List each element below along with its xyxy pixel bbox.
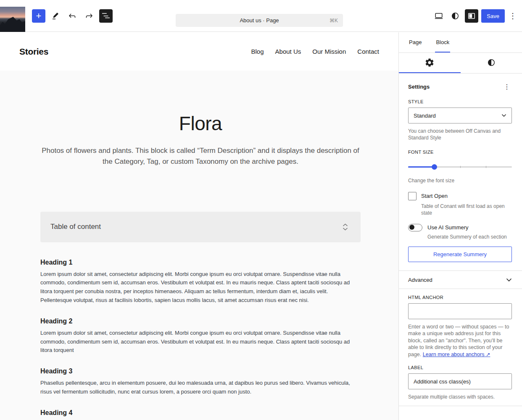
html-anchor-input[interactable] bbox=[408, 303, 512, 319]
gear-icon bbox=[424, 58, 435, 68]
sidebar-tabs: Page Block bbox=[399, 32, 522, 53]
redo-icon bbox=[84, 11, 94, 21]
toolbar-left-group: + bbox=[32, 9, 113, 23]
chevron-down-icon bbox=[343, 228, 348, 231]
advanced-panel-title: Advanced bbox=[408, 277, 432, 283]
section-paragraph[interactable]: Lorem ipsum dolor sit amet, consectetur … bbox=[40, 329, 359, 355]
settings-panel: Settings ⋮ STYLE Standard You can choose… bbox=[399, 74, 522, 270]
label-field-label: LABEL bbox=[408, 365, 512, 370]
page-title[interactable]: Flora bbox=[40, 112, 361, 135]
options-kebab-icon[interactable]: ⋮ bbox=[508, 11, 518, 21]
panel-right-icon bbox=[467, 11, 477, 21]
regenerate-summary-button[interactable]: Regenerate Summery bbox=[408, 247, 512, 262]
block-inserter-button[interactable]: + bbox=[32, 9, 45, 23]
advanced-panel: HTML ANCHOR Enter a word or two — withou… bbox=[399, 289, 522, 401]
style-field-label: STYLE bbox=[408, 99, 512, 104]
pencil-icon bbox=[50, 11, 61, 21]
nav-item-our-mission[interactable]: Our Mission bbox=[312, 48, 346, 55]
section-paragraph[interactable]: Lorem ipsum dolor sit amet, consectetur … bbox=[40, 270, 359, 305]
tab-block-styles[interactable] bbox=[461, 53, 522, 73]
section-heading[interactable]: Heading 3 bbox=[40, 368, 361, 375]
additional-css-classes-input[interactable] bbox=[408, 373, 512, 389]
document-title: About us · Page bbox=[240, 17, 279, 24]
nav-item-contact[interactable]: Contact bbox=[357, 48, 379, 55]
slider-thumb[interactable] bbox=[432, 164, 437, 170]
editor-window: + Ab bbox=[0, 0, 522, 420]
styles-contrast-icon bbox=[486, 58, 496, 68]
site-header: Stories Blog About Us Our Mission Contac… bbox=[0, 32, 398, 71]
chevron-down-icon bbox=[501, 114, 506, 117]
css-classes-help-text: Separate multiple classes with spaces. bbox=[408, 394, 512, 400]
chevron-up-icon bbox=[343, 223, 348, 226]
settings-sidebar-toggle[interactable] bbox=[465, 9, 478, 23]
section-heading[interactable]: Heading 1 bbox=[40, 259, 361, 266]
list-view-button[interactable] bbox=[99, 9, 113, 23]
font-size-slider[interactable] bbox=[408, 164, 512, 170]
font-size-field-label: FONT SIZE bbox=[408, 150, 512, 155]
slider-tick bbox=[460, 166, 461, 168]
ai-summary-toggle[interactable] bbox=[408, 224, 422, 231]
section-heading[interactable]: Heading 2 bbox=[40, 318, 361, 325]
style-select-value: Standard bbox=[414, 113, 436, 119]
block-inspector-tabs bbox=[399, 53, 522, 74]
site-title[interactable]: Stories bbox=[19, 47, 48, 57]
slider-fill bbox=[408, 166, 434, 168]
settings-sidebar: Page Block Settings ⋮ STYLE Standa bbox=[398, 32, 522, 420]
toolbar-right-group: Save ⋮ bbox=[432, 9, 518, 23]
redo-button[interactable] bbox=[82, 9, 96, 23]
table-of-content-block[interactable]: Table of content bbox=[40, 212, 361, 242]
section-heading[interactable]: Heading 4 bbox=[40, 409, 361, 417]
undo-icon bbox=[67, 11, 77, 21]
toc-expand-icons[interactable] bbox=[343, 223, 348, 231]
list-view-icon bbox=[101, 11, 111, 21]
nav-item-about-us[interactable]: About Us bbox=[275, 48, 301, 55]
advanced-panel-toggle[interactable]: Advanced bbox=[399, 271, 522, 289]
device-preview-button[interactable] bbox=[432, 9, 446, 23]
nav-item-blog[interactable]: Blog bbox=[251, 48, 264, 55]
command-bar[interactable]: About us · Page ⌘K bbox=[176, 14, 343, 27]
chevron-down-icon bbox=[506, 278, 512, 282]
html-anchor-field-label: HTML ANCHOR bbox=[408, 295, 512, 300]
learn-more-anchors-link[interactable]: Learn more about anchors ↗ bbox=[423, 352, 490, 357]
contrast-icon bbox=[450, 11, 460, 21]
html-anchor-help-text: Enter a word or two — without spaces — t… bbox=[408, 323, 512, 358]
sidebar-bottom-section bbox=[399, 406, 522, 420]
undo-button[interactable] bbox=[66, 9, 79, 23]
edit-tool-button[interactable] bbox=[49, 9, 62, 23]
tab-page[interactable]: Page bbox=[408, 32, 422, 52]
tab-block-settings[interactable] bbox=[399, 53, 461, 73]
term-description[interactable]: Photos of flowers and plants. This block… bbox=[41, 145, 360, 168]
style-help-text: You can choose between Off Canvas and St… bbox=[408, 128, 512, 141]
view-contrast-button[interactable] bbox=[448, 9, 462, 23]
ai-summary-label[interactable]: Use AI Summery bbox=[427, 224, 469, 231]
section-paragraph[interactable]: Phasellus pellentesque, arcu in elementu… bbox=[40, 379, 359, 396]
toggle-knob bbox=[409, 225, 414, 230]
settings-kebab-icon[interactable]: ⋮ bbox=[502, 83, 512, 91]
laptop-icon bbox=[434, 11, 444, 21]
toc-label: Table of content bbox=[50, 223, 101, 231]
font-size-help-text: Change the font size bbox=[408, 177, 512, 184]
start-open-checkbox[interactable] bbox=[408, 192, 417, 200]
start-open-label[interactable]: Start Open bbox=[421, 193, 448, 199]
start-open-help-text: Table of Conant will first load as open … bbox=[421, 203, 512, 216]
editor-canvas: Stories Blog About Us Our Mission Contac… bbox=[0, 32, 398, 420]
ai-summary-help-text: Generate Summery of each section bbox=[427, 234, 512, 240]
slider-tick bbox=[486, 166, 486, 168]
page-content: Flora Photos of flowers and plants. This… bbox=[0, 112, 398, 420]
settings-panel-title: Settings bbox=[408, 84, 430, 90]
tab-block[interactable]: Block bbox=[435, 32, 450, 52]
editor-toolbar: + Ab bbox=[0, 0, 522, 32]
site-nav: Blog About Us Our Mission Contact bbox=[251, 48, 379, 55]
site-icon[interactable] bbox=[0, 7, 25, 32]
style-select[interactable]: Standard bbox=[408, 108, 512, 123]
command-shortcut: ⌘K bbox=[330, 18, 338, 24]
plus-icon: + bbox=[36, 11, 42, 21]
save-button[interactable]: Save bbox=[481, 9, 505, 23]
site-icon-photo bbox=[0, 7, 25, 32]
